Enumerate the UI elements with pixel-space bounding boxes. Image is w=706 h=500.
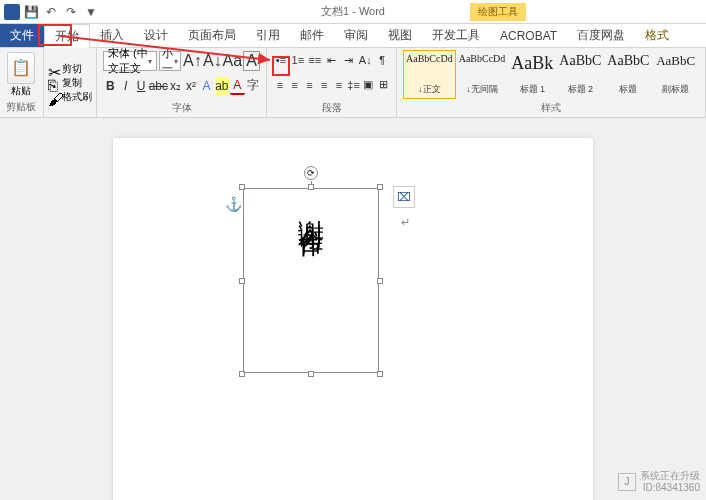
style-item[interactable]: AaBbC副标题: [652, 50, 699, 99]
shading-button[interactable]: ▣: [362, 76, 376, 94]
chevron-down-icon: ▾: [174, 57, 178, 66]
tab-baidu[interactable]: 百度网盘: [567, 24, 635, 47]
tab-acrobat[interactable]: ACROBAT: [490, 24, 567, 47]
change-case-button[interactable]: Aa: [223, 52, 241, 70]
highlight-button[interactable]: ab: [215, 77, 229, 95]
redo-icon[interactable]: ↷: [62, 3, 80, 21]
style-item[interactable]: AaBbCcDd↓无间隔: [456, 50, 509, 99]
resize-handle-se[interactable]: [377, 371, 383, 377]
shrink-font-button[interactable]: A↓: [203, 52, 221, 70]
justify-button[interactable]: ≡: [317, 76, 331, 94]
style-preview: AaBbCcDd: [459, 53, 506, 64]
save-icon[interactable]: 💾: [22, 3, 40, 21]
document-area: ⚓ ⌧ ↵ ⟳ 谢谢合作: [0, 118, 706, 500]
style-preview: AaBbC: [655, 53, 696, 69]
style-preview: AaBbC: [559, 53, 601, 69]
scissors-icon: ✂: [48, 63, 60, 75]
rotate-handle[interactable]: ⟳: [304, 166, 318, 180]
style-item[interactable]: AaBbC标题 2: [556, 50, 604, 99]
watermark-icon: J: [618, 473, 636, 491]
resize-handle-s[interactable]: [308, 371, 314, 377]
style-item[interactable]: AaBk标题 1: [508, 50, 556, 99]
tab-file[interactable]: 文件: [0, 24, 44, 47]
multilevel-button[interactable]: ≡≡: [307, 51, 323, 69]
paragraph-mark-icon: ↵: [401, 216, 410, 229]
paste-label: 粘贴: [11, 84, 31, 98]
style-item[interactable]: AaBbCcDd↓正文: [403, 50, 456, 99]
style-name: ↓正文: [406, 83, 453, 96]
resize-handle-sw[interactable]: [239, 371, 245, 377]
title-bar: 💾 ↶ ↷ ▼ 文档1 - Word 绘图工具: [0, 0, 706, 24]
line-spacing-button[interactable]: ‡≡: [347, 76, 361, 94]
bullets-button[interactable]: •≡: [273, 51, 289, 69]
tab-design[interactable]: 设计: [134, 24, 178, 47]
underline-button[interactable]: U: [134, 77, 148, 95]
borders-button[interactable]: ⊞: [376, 76, 390, 94]
window-title: 文档1 - Word: [321, 4, 385, 19]
style-name: 标题: [607, 83, 649, 96]
style-name: ↓无间隔: [459, 83, 506, 96]
textbox-content[interactable]: 谢谢合作: [294, 199, 329, 215]
decrease-indent-button[interactable]: ⇤: [324, 51, 340, 69]
font-size-select[interactable]: 小一▾: [159, 51, 181, 71]
page[interactable]: ⚓ ⌧ ↵ ⟳ 谢谢合作: [113, 138, 593, 500]
tab-view[interactable]: 视图: [378, 24, 422, 47]
style-item[interactable]: AaBbC标题: [604, 50, 652, 99]
bold-button[interactable]: B: [103, 77, 117, 95]
font-color-button[interactable]: A: [230, 77, 244, 95]
paragraph-group: •≡ 1≡ ≡≡ ⇤ ⇥ A↓ ¶ ≡ ≡ ≡ ≡ ≡ ‡≡ ▣ ⊞ 段落: [267, 48, 397, 117]
tab-format[interactable]: 格式: [635, 24, 679, 47]
copy-button[interactable]: ⎘复制: [48, 76, 92, 90]
font-name-select[interactable]: 宋体 (中文正文▾: [103, 51, 157, 71]
style-preview: AaBbC: [607, 53, 649, 69]
tab-review[interactable]: 审阅: [334, 24, 378, 47]
numbering-button[interactable]: 1≡: [290, 51, 306, 69]
tab-layout[interactable]: 页面布局: [178, 24, 246, 47]
style-name: 标题 2: [559, 83, 601, 96]
text-effects-button[interactable]: A: [199, 77, 213, 95]
watermark: J 系统正在升级 ID:84341360: [618, 470, 700, 494]
ribbon-tabs: 文件 开始 插入 设计 页面布局 引用 邮件 审阅 视图 开发工具 ACROBA…: [0, 24, 706, 48]
italic-button[interactable]: I: [118, 77, 132, 95]
cut-button[interactable]: ✂剪切: [48, 62, 92, 76]
undo-icon[interactable]: ↶: [42, 3, 60, 21]
tab-mailings[interactable]: 邮件: [290, 24, 334, 47]
distributed-button[interactable]: ≡: [332, 76, 346, 94]
copy-icon: ⎘: [48, 77, 60, 89]
sort-button[interactable]: A↓: [357, 51, 373, 69]
resize-handle-ne[interactable]: [377, 184, 383, 190]
align-left-button[interactable]: ≡: [273, 76, 287, 94]
clipboard-group-label: 剪贴板: [6, 100, 36, 114]
font-group: 宋体 (中文正文▾ 小一▾ A↑ A↓ Aa A B I U abc x₂ x²…: [97, 48, 267, 117]
paste-button[interactable]: 📋: [7, 52, 35, 84]
subscript-button[interactable]: x₂: [168, 77, 182, 95]
align-right-button[interactable]: ≡: [303, 76, 317, 94]
align-center-button[interactable]: ≡: [288, 76, 302, 94]
style-name: 标题 1: [511, 83, 553, 96]
styles-group-label: 样式: [403, 101, 699, 115]
qat-dropdown-icon[interactable]: ▼: [82, 3, 100, 21]
textbox[interactable]: ⟳ 谢谢合作: [243, 188, 379, 373]
format-painter-button[interactable]: 🖌格式刷: [48, 90, 92, 104]
tab-developer[interactable]: 开发工具: [422, 24, 490, 47]
layout-options-button[interactable]: ⌧: [393, 186, 415, 208]
tab-home[interactable]: 开始: [44, 24, 90, 48]
resize-handle-n[interactable]: [308, 184, 314, 190]
grow-font-button[interactable]: A↑: [183, 52, 201, 70]
tab-references[interactable]: 引用: [246, 24, 290, 47]
clear-format-button[interactable]: A: [243, 52, 260, 70]
resize-handle-w[interactable]: [239, 278, 245, 284]
show-marks-button[interactable]: ¶: [374, 51, 390, 69]
tab-insert[interactable]: 插入: [90, 24, 134, 47]
style-preview: AaBk: [511, 53, 553, 74]
strike-button[interactable]: abc: [149, 77, 167, 95]
styles-group: AaBbCcDd↓正文AaBbCcDd↓无间隔AaBk标题 1AaBbC标题 2…: [397, 48, 706, 117]
styles-gallery[interactable]: AaBbCcDd↓正文AaBbCcDd↓无间隔AaBk标题 1AaBbC标题 2…: [403, 50, 699, 99]
superscript-button[interactable]: x²: [184, 77, 198, 95]
chevron-down-icon: ▾: [148, 57, 152, 66]
resize-handle-nw[interactable]: [239, 184, 245, 190]
resize-handle-e[interactable]: [377, 278, 383, 284]
increase-indent-button[interactable]: ⇥: [340, 51, 356, 69]
watermark-line1: 系统正在升级: [640, 470, 700, 482]
phonetic-button[interactable]: 字: [246, 77, 260, 95]
